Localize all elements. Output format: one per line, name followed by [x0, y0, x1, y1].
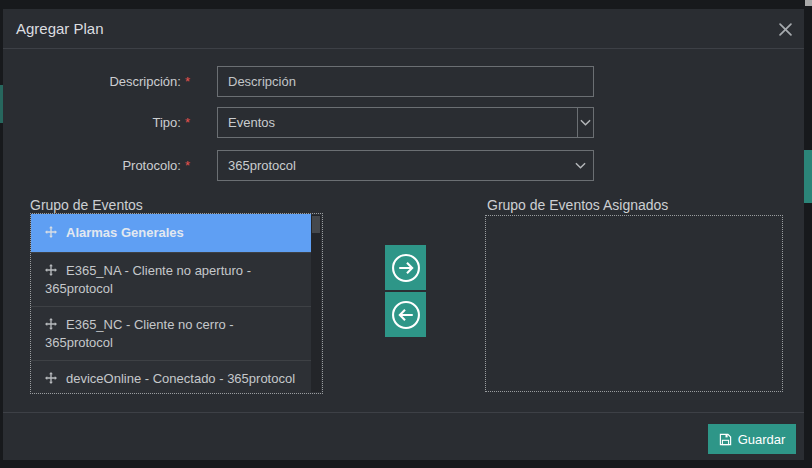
- screen: Agregar Plan Descripción:* Tipo:* Evento…: [0, 0, 812, 468]
- descripcion-label: Descripción:*: [3, 66, 190, 97]
- target-list-title: Grupo de Eventos Asignados: [487, 197, 668, 213]
- save-button-label: Guardar: [738, 432, 786, 447]
- assigned-event-group-list[interactable]: [485, 215, 783, 392]
- add-plan-modal: Agregar Plan Descripción:* Tipo:* Evento…: [3, 9, 804, 460]
- descripcion-label-text: Descripción:: [109, 74, 181, 89]
- modal-header: Agregar Plan: [3, 9, 804, 49]
- list-item[interactable]: Alarmas Generales: [31, 214, 311, 253]
- modal-footer: Guardar: [3, 412, 804, 460]
- tipo-label-text: Tipo:: [153, 115, 181, 130]
- source-list-items: Alarmas Generales E365_NA - Cliente no a…: [31, 214, 311, 394]
- list-item-label: E365_NA - Cliente no aperturo - 365proto…: [45, 263, 251, 296]
- required-asterisk: *: [185, 115, 190, 130]
- protocolo-select-value: 365protocol: [218, 158, 567, 173]
- move-icon: [45, 371, 57, 388]
- move-icon: [45, 225, 57, 242]
- chevron-down-icon: [567, 151, 593, 180]
- list-item[interactable]: E365_NC - Cliente no cerro - 365protocol: [31, 307, 311, 361]
- background-teal-accent-right: [804, 150, 812, 203]
- chevron-down-icon: [577, 108, 593, 137]
- background-scrollbar-corner: [805, 0, 812, 6]
- list-item-label: Alarmas Generales: [66, 225, 184, 240]
- source-list-title: Grupo de Eventos: [30, 197, 143, 213]
- move-icon: [45, 317, 57, 334]
- move-to-source-button[interactable]: [385, 292, 426, 337]
- list-item-label: deviceOnline - Conectado - 365protocol: [66, 371, 295, 386]
- move-to-assigned-button[interactable]: [385, 245, 426, 290]
- source-event-group-list: Alarmas Generales E365_NA - Cliente no a…: [30, 213, 323, 394]
- list-item[interactable]: deviceOnline - Conectado - 365protocol: [31, 361, 311, 394]
- list-item-label: E365_NC - Cliente no cerro - 365protocol: [45, 317, 234, 350]
- protocolo-select[interactable]: 365protocol: [217, 150, 594, 181]
- protocolo-label-text: Protocolo:: [122, 158, 181, 173]
- floppy-disk-icon: [719, 433, 732, 446]
- required-asterisk: *: [185, 74, 190, 89]
- tipo-select-value: Eventos: [218, 115, 577, 130]
- tipo-select[interactable]: Eventos: [217, 107, 594, 138]
- source-list-scrollbar[interactable]: [311, 215, 321, 392]
- descripcion-input[interactable]: [217, 66, 594, 97]
- list-item[interactable]: E365_NA - Cliente no aperturo - 365proto…: [31, 253, 311, 307]
- modal-title: Agregar Plan: [16, 9, 104, 49]
- circle-arrow-right-icon: [390, 252, 422, 284]
- circle-arrow-left-icon: [390, 299, 422, 331]
- tipo-label: Tipo:*: [3, 107, 190, 138]
- move-icon: [45, 263, 57, 280]
- scrollbar-thumb[interactable]: [312, 216, 320, 233]
- close-icon[interactable]: [778, 22, 792, 36]
- protocolo-label: Protocolo:*: [3, 150, 190, 181]
- save-button[interactable]: Guardar: [708, 424, 796, 454]
- required-asterisk: *: [185, 158, 190, 173]
